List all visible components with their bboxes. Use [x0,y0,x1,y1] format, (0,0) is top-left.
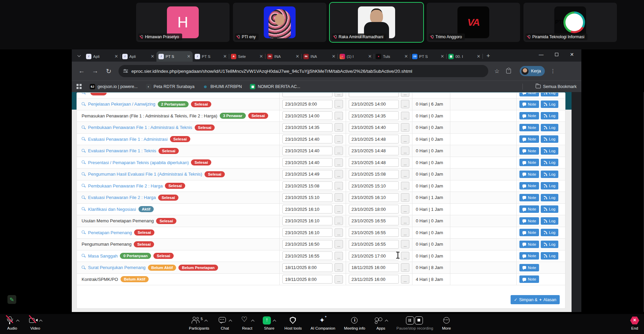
note-button[interactable]: Note [519,159,539,166]
end-date-input[interactable] [349,251,399,260]
start-date-picker-button[interactable]: ... [335,228,343,237]
log-button[interactable]: Log [541,135,558,143]
end-meeting-button[interactable]: End [630,316,639,330]
browser-tab[interactable]: IN INA ✕ [265,51,301,62]
chevron-up-icon[interactable] [273,319,276,323]
bookmark-item[interactable]: ▦ NOMOR BERITA AC... [250,84,300,89]
site-settings-icon[interactable] [123,69,128,73]
end-date-picker-button[interactable]: ... [401,100,409,108]
toolbar-item[interactable]: Audio [5,316,19,330]
end-date-input[interactable] [349,135,399,143]
participant-tile[interactable]: H Himawan Prasetyo [136,3,230,42]
note-button[interactable]: Note [519,205,539,213]
save-reason-button[interactable]: ✓ Simpan & + Alasan [511,295,560,304]
stage-name[interactable]: Masa Sanggah [88,253,117,259]
start-date-picker-button[interactable]: ... [335,123,343,132]
restore-button[interactable] [555,53,558,56]
profile-chip[interactable]: Kerja [520,66,545,76]
stage-name[interactable]: Pengumuman Pemenang [82,242,131,247]
start-date-picker-button[interactable]: ... [335,240,343,248]
bookmark-item[interactable]: ◐ Peta RDTR Surabaya [146,84,195,89]
toolbar-item[interactable]: More [442,316,451,330]
start-date-input[interactable] [282,100,332,109]
end-date-picker-button[interactable]: ... [401,93,409,97]
end-date-picker-button[interactable]: ... [401,123,409,132]
start-date-input[interactable] [282,123,332,132]
start-date-input[interactable] [282,181,332,190]
magnifier-icon[interactable] [82,126,86,130]
magnifier-icon[interactable] [82,102,86,106]
participant-tile[interactable]: VA Trimo Anggoro [427,3,520,42]
log-button[interactable]: Log [541,194,558,201]
magnifier-icon[interactable] [82,266,86,270]
stage-name[interactable]: Penetapan Pemenang [88,230,132,235]
new-tab-button[interactable]: + [484,51,493,60]
toolbar-item[interactable]: 5 Participants [189,316,209,330]
start-date-picker-button[interactable]: ... [335,147,343,155]
start-date-input[interactable] [282,135,332,143]
start-date-picker-button[interactable]: ... [335,135,343,143]
note-button[interactable]: Note [519,275,539,283]
note-button[interactable]: Note [519,124,539,131]
end-date-input[interactable] [349,193,399,202]
chevron-up-icon[interactable] [205,319,208,323]
note-button[interactable]: Note [519,112,539,119]
start-date-picker-button[interactable]: ... [335,252,343,260]
start-date-input[interactable] [282,275,332,284]
tab-close-icon[interactable]: ✕ [404,54,408,59]
participant-tile[interactable]: PTI eny [233,3,326,42]
end-date-picker-button[interactable]: ... [401,263,409,272]
toolbar-item[interactable]: Pause/stop recording [396,316,433,330]
start-date-input[interactable] [282,263,332,272]
stage-name[interactable]: Kontrak/SPMK/PO [82,277,118,282]
end-date-input[interactable] [349,217,399,225]
end-date-picker-button[interactable]: ... [401,193,409,202]
bookmark-item[interactable]: ◎ BHUMI ATRBPN [203,84,242,89]
toolbar-item[interactable]: Chat [218,316,232,330]
note-button[interactable]: Note [519,101,539,108]
start-date-input[interactable] [282,93,332,97]
start-date-input[interactable] [282,170,332,179]
tab-close-icon[interactable]: ✕ [259,54,263,59]
stage-name[interactable]: Pemasukan Penawaran (File 1 : Administra… [82,113,217,118]
end-date-input[interactable] [349,228,399,237]
start-date-picker-button[interactable]: ... [335,275,343,284]
tab-close-icon[interactable]: ✕ [332,54,336,59]
start-date-input[interactable] [282,193,332,202]
note-button[interactable]: Note [519,229,539,236]
stage-name[interactable]: Klarifikasi dan Negosiasi [88,207,136,212]
stage-name[interactable]: Pengumuman Hasil Evaluasi File 1 (Admini… [88,172,202,177]
end-date-picker-button[interactable]: ... [401,240,409,248]
end-date-picker-button[interactable]: ... [401,228,409,237]
end-date-input[interactable] [349,205,399,214]
stage-name[interactable]: Penjelasan Pekerjaan / Aanwijzing [88,102,155,107]
end-date-picker-button[interactable]: ... [401,182,409,190]
log-button[interactable]: Log [541,229,558,236]
log-button[interactable]: Log [541,147,558,155]
magnifier-icon[interactable] [82,230,86,235]
note-button[interactable]: Note [519,194,539,201]
chevron-up-icon[interactable] [229,319,232,323]
browser-menu-icon[interactable]: ⋮ [550,68,555,74]
chevron-up-icon[interactable] [251,319,255,323]
close-button[interactable]: ✕ [570,52,574,57]
tab-close-icon[interactable]: ✕ [477,54,480,59]
log-button[interactable]: Log [541,112,558,119]
address-bar[interactable]: eproc.sier.id/index.php/pengadaan/show/i… [119,65,488,77]
toolbar-item[interactable]: Apps [374,316,388,330]
toolbar-item[interactable]: Share [263,316,276,330]
end-date-picker-button[interactable]: ... [401,135,409,143]
end-date-input[interactable] [349,93,399,97]
end-date-input[interactable] [349,111,399,120]
end-date-picker-button[interactable]: ... [401,158,409,167]
tab-close-icon[interactable]: ✕ [296,54,299,59]
log-button[interactable]: Log [541,205,558,213]
log-button[interactable]: Log [541,252,558,260]
tab-close-icon[interactable]: ✕ [114,54,118,59]
start-date-input[interactable] [282,111,332,120]
magnifier-icon[interactable] [82,137,86,141]
back-button[interactable]: ← [76,65,87,77]
magnifier-icon[interactable] [82,254,86,258]
end-date-picker-button[interactable]: ... [401,147,409,155]
note-button[interactable]: Note [519,217,539,225]
